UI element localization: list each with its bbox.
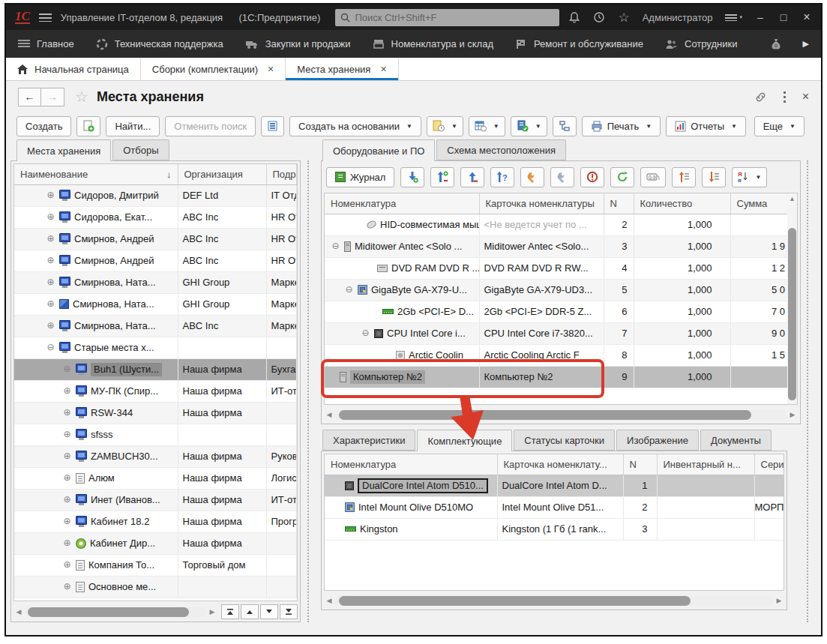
- components-horizontal-scrollbar[interactable]: ◀ ▶: [324, 593, 784, 608]
- minimize-button[interactable]: –: [755, 11, 766, 23]
- storage-row[interactable]: ⊕МУ-ПК (Спир... Наша фирма ИТ-отд: [14, 380, 297, 402]
- refresh-button[interactable]: [610, 167, 634, 187]
- column-header-qty[interactable]: Количество: [634, 193, 730, 214]
- print-button[interactable]: Печать▼: [582, 116, 661, 136]
- cancel-search-button[interactable]: Отменить поиск: [165, 116, 256, 136]
- user-name[interactable]: Администратор: [643, 12, 713, 23]
- journal-button[interactable]: Журнал: [326, 167, 394, 187]
- menu-item-repair[interactable]: Ремонт и обслуживание: [515, 38, 643, 49]
- column-header-name[interactable]: ↓Наименование: [14, 164, 178, 184]
- go-first-button[interactable]: [221, 604, 239, 619]
- menu-item-support[interactable]: Техническая поддержка: [96, 38, 223, 50]
- scroll-right-icon[interactable]: ▶: [787, 411, 798, 418]
- get-link-icon[interactable]: [754, 91, 767, 103]
- storage-row[interactable]: ⊕Buh1 (Шусти... Наша фирма Бухга: [14, 358, 297, 380]
- load-button[interactable]: ▼: [511, 116, 547, 136]
- menu-item-employees[interactable]: Сотрудники: [665, 38, 737, 49]
- change-history-button[interactable]: ▼: [427, 116, 463, 136]
- go-last-button[interactable]: [280, 604, 298, 619]
- move-down-button[interactable]: [702, 167, 726, 187]
- component-row[interactable]: DualCore Intel Atom D510... DualCore Int…: [325, 475, 784, 496]
- more-menu-icon[interactable]: [784, 91, 786, 103]
- storage-row[interactable]: ⊕Кабинет 18.2 Наша фирма Прогр: [14, 511, 297, 532]
- sort-button[interactable]: Яя▼: [732, 167, 767, 187]
- notifications-bell-icon[interactable]: [568, 11, 580, 23]
- menu-item-nomenclature[interactable]: Номенклатура и склад: [373, 38, 493, 49]
- expander-icon[interactable]: ⊕: [46, 299, 55, 309]
- stop-button[interactable]: [580, 167, 604, 187]
- column-header-inventory[interactable]: Инвентарный н...: [657, 454, 754, 475]
- tab-documents[interactable]: Документы: [700, 430, 772, 451]
- expander-icon[interactable]: ⊕: [62, 451, 72, 461]
- repair-gray-button[interactable]: [550, 167, 574, 187]
- expander-icon[interactable]: ⊖: [361, 328, 370, 338]
- scroll-left-icon[interactable]: ◀: [13, 608, 24, 616]
- expander-icon[interactable]: ⊕: [62, 364, 72, 374]
- close-tab-icon[interactable]: ×: [268, 63, 274, 75]
- tab-location-scheme[interactable]: Схема местоположения: [436, 139, 566, 160]
- create-based-on-button[interactable]: Создать на основании▼: [289, 116, 421, 136]
- expander-icon[interactable]: ⊕: [62, 408, 72, 418]
- global-search-input[interactable]: Поиск Ctrl+Shift+F: [335, 9, 559, 26]
- remove-up-button[interactable]: [460, 167, 484, 187]
- storage-row[interactable]: ⊕Смирнова, Ната... GHI Group Марке: [14, 271, 297, 293]
- expander-icon[interactable]: ⊕: [62, 582, 72, 592]
- expander-icon[interactable]: ⊕: [46, 212, 55, 222]
- equipment-row[interactable]: HID-совместимая мышь <Не ведется учет по…: [325, 214, 797, 235]
- tab-home[interactable]: Начальная страница: [6, 58, 141, 80]
- expander-icon[interactable]: ⊕: [46, 321, 55, 331]
- column-header-card[interactable]: Карточка номенклату...: [497, 454, 623, 475]
- menu-item-money[interactable]: о: [771, 38, 781, 49]
- storage-row[interactable]: ⊕Смирнова, Ната... GHI Group Марке: [14, 293, 297, 315]
- forward-button[interactable]: →: [41, 88, 64, 106]
- component-row[interactable]: Intel Mount Olive D510MO Intel Mount Oli…: [325, 496, 784, 518]
- add-down-button[interactable]: [400, 167, 424, 187]
- expander-icon[interactable]: ⊖: [331, 241, 340, 251]
- hamburger-menu-icon[interactable]: [39, 13, 52, 22]
- go-prev-button[interactable]: [241, 604, 259, 619]
- storage-row[interactable]: ⊕Компания То... Торговый дом: [14, 554, 297, 576]
- storage-row[interactable]: ⊕Основное ме...: [14, 576, 297, 598]
- more-button[interactable]: Еще▼: [754, 116, 805, 136]
- column-header-n[interactable]: N: [623, 454, 657, 475]
- equipment-row[interactable]: ⊖CPU Intel Core i... CPU Intel Core i7-3…: [325, 322, 797, 344]
- expander-icon[interactable]: ⊕: [62, 538, 72, 548]
- go-next-button[interactable]: [260, 604, 278, 619]
- component-row[interactable]: Kingston Kingston (1 Гб (1 rank... 3: [325, 518, 784, 540]
- table-history-button[interactable]: ▼: [469, 116, 505, 136]
- close-window-button[interactable]: ×: [802, 10, 812, 24]
- right-splitter[interactable]: [807, 160, 808, 622]
- scroll-left-icon[interactable]: ◀: [324, 597, 334, 604]
- column-header-nomenclature[interactable]: Номенклатура: [325, 454, 497, 475]
- equipment-vertical-scrollbar[interactable]: ▲: [787, 193, 797, 404]
- scroll-up-icon[interactable]: ▲: [787, 193, 798, 204]
- expander-icon[interactable]: ⊕: [46, 277, 55, 287]
- menu-item-purchases[interactable]: Закупки и продажи: [245, 38, 351, 49]
- move-question-button[interactable]: ?: [490, 167, 514, 187]
- storage-row[interactable]: ⊖Старые места х...: [14, 337, 297, 358]
- tab-equipment[interactable]: Оборудование и ПО: [322, 139, 435, 161]
- repair-orange-button[interactable]: [520, 167, 544, 187]
- expander-icon[interactable]: ⊖: [46, 343, 55, 352]
- storage-row[interactable]: ⊕Смирнов, Андрей ABC Inc HR От: [14, 228, 297, 250]
- expander-icon[interactable]: ⊕: [62, 473, 72, 483]
- storage-row[interactable]: ⊕Инет (Иванов... Наша фирма ИТ-отд: [14, 489, 297, 511]
- menu-item-main[interactable]: Главное: [18, 38, 74, 49]
- panel-splitter[interactable]: [307, 160, 309, 622]
- storage-row[interactable]: ⊕Смирнов, Андрей ABC Inc HR От: [14, 250, 297, 271]
- expander-icon[interactable]: ⊕: [62, 560, 72, 570]
- tab-image[interactable]: Изображение: [616, 430, 699, 451]
- back-button[interactable]: ←: [18, 88, 41, 106]
- equipment-row[interactable]: DVD RAM DVD R ... DVD RAM DVD R RW... 4 …: [325, 257, 797, 279]
- equipment-row[interactable]: ⊖Miditower Antec <Solo ... Miditower Ant…: [325, 235, 797, 257]
- expander-icon[interactable]: ⊕: [46, 234, 55, 244]
- storage-row[interactable]: ⊕sfsss: [14, 424, 297, 445]
- list-settings-button[interactable]: [261, 116, 284, 136]
- column-header-dept[interactable]: Подра: [266, 164, 297, 184]
- column-header-nomenclature[interactable]: Номенклатура: [325, 193, 479, 214]
- expander-icon[interactable]: ⊕: [62, 517, 72, 526]
- favorite-star-icon[interactable]: ☆: [75, 88, 88, 106]
- column-header-org[interactable]: Организация: [178, 164, 266, 184]
- move-up-button[interactable]: [672, 167, 696, 187]
- column-header-n[interactable]: N: [604, 193, 634, 214]
